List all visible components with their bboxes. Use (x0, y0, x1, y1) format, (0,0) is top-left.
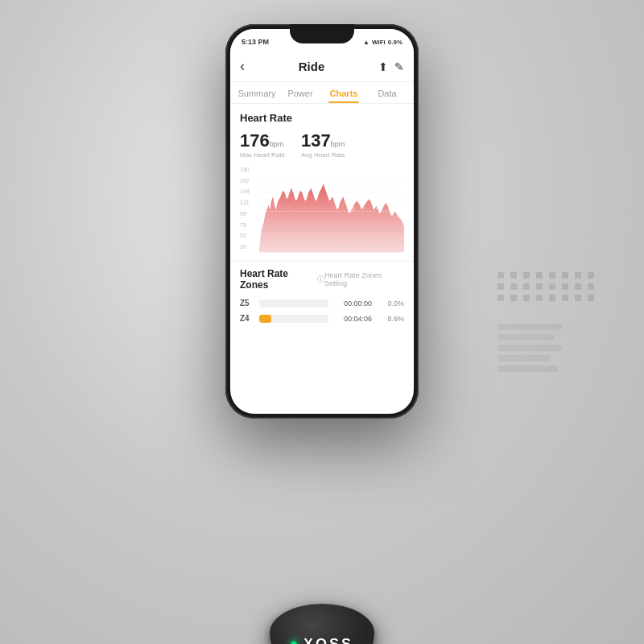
signal-icon: ▲ (363, 39, 369, 46)
zones-header: Heart Rate Zones ⓘ Heart Rate Zones Sett… (230, 261, 414, 295)
tab-data[interactable]: Data (365, 82, 409, 103)
zone-z4-time: 00:04:06 (335, 315, 372, 323)
zone-z5-pct: 0.0% (378, 299, 404, 308)
zone-z5-label: Z5 (240, 299, 253, 308)
max-hr-label: Max Heart Rate (240, 151, 285, 159)
zones-info-icon: ⓘ (317, 275, 324, 285)
zone-z4-label: Z4 (240, 314, 253, 323)
zones-title: Heart Rate Zones (240, 268, 317, 291)
phone-screen: 5:13 PM ▲ WiFi 0.9% ‹ Ride ⬆ ✎ Summ (230, 29, 414, 414)
phone: 5:13 PM ▲ WiFi 0.9% ‹ Ride ⬆ ✎ Summ (225, 24, 419, 419)
heart-rate-title: Heart Rate (240, 112, 404, 124)
led-indicator (291, 641, 297, 644)
tab-power[interactable]: Power (279, 82, 322, 103)
zone-z4-row: Z4 00:04:06 8.6% (230, 311, 414, 326)
share-icon[interactable]: ⬆ (378, 60, 388, 73)
hr-stats: 176bpm Max Heart Rate 137bpm Avg Heart R… (240, 130, 404, 159)
avg-hr-label: Avg Heart Rate (301, 151, 345, 159)
status-icons: ▲ WiFi 0.9% (363, 39, 402, 46)
heart-rate-chart: 190 167 144 121 98 75 52 30 (240, 167, 404, 261)
pod-inner: XOSS (291, 636, 353, 645)
zone-z5-row: Z5 00:00:00 0.0% (230, 295, 414, 311)
zone-z4-pct: 8.6% (378, 315, 404, 323)
scene: 5:13 PM ▲ WiFi 0.9% ‹ Ride ⬆ ✎ Summ (48, 16, 596, 628)
chart-wrapper: 0F1 2.1M 4.2M 6M 8M 10M (259, 167, 404, 261)
status-time: 5:13 PM (242, 38, 269, 46)
nav-bar: ‹ Ride ⬆ ✎ (230, 52, 414, 82)
nav-actions: ⬆ ✎ (378, 60, 404, 73)
tab-bar: Summary Power Charts Data (230, 82, 414, 104)
app-content: Heart Rate 176bpm Max Heart Rate 137bpm … (230, 104, 414, 261)
battery-icon: 0.9% (388, 39, 402, 46)
tab-charts[interactable]: Charts (322, 82, 365, 103)
brand-name: XOSS (303, 636, 353, 645)
zone-z4-bar (259, 315, 271, 323)
max-hr-value: 176bpm (240, 130, 285, 151)
avg-hr-value: 137bpm (301, 130, 345, 151)
avg-hr-group: 137bpm Avg Heart Rate (301, 130, 345, 159)
hrm-pod: XOSS (270, 604, 374, 644)
tab-summary[interactable]: Summary (235, 82, 279, 103)
phone-notch (290, 24, 354, 43)
chart-svg (259, 167, 404, 261)
wifi-icon: WiFi (372, 39, 386, 46)
zone-z5-bar-container (259, 299, 328, 308)
max-hr-group: 176bpm Max Heart Rate (240, 130, 285, 159)
y-axis: 190 167 144 121 98 75 52 30 (240, 167, 256, 261)
zone-z5-time: 00:00:00 (335, 299, 372, 308)
edit-icon[interactable]: ✎ (394, 60, 404, 73)
nav-title: Ride (245, 60, 378, 73)
zones-setting[interactable]: Heart Rate Zones Setting (324, 271, 404, 287)
zone-z4-bar-container (259, 315, 328, 323)
